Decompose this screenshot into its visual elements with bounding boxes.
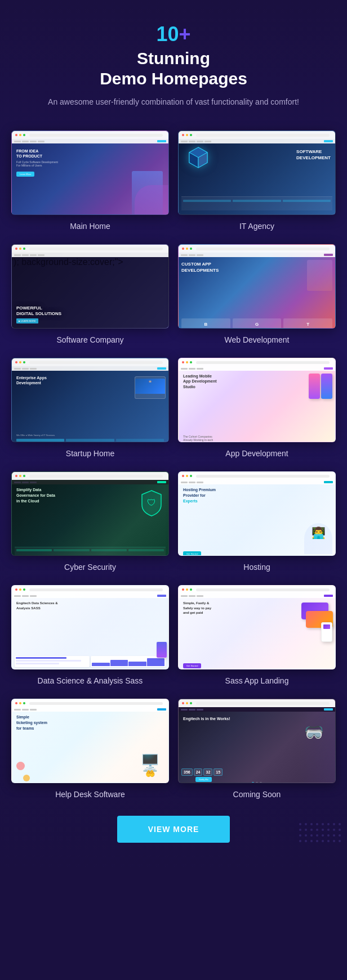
- demo-label-web-development: Web Development: [225, 335, 290, 344]
- demo-label-startup-home: Startup Home: [66, 449, 114, 458]
- demo-item-app-development: Leading MobileApp DevelopmentStudio The …: [178, 358, 336, 458]
- demo-label-coming-soon: Coming Soon: [233, 790, 281, 799]
- demo-thumb-software-company[interactable]: '); background-size:cover;"> POWERFULDIG…: [11, 244, 169, 329]
- demo-thumb-cyber-security[interactable]: Simplify DataGovernance for Datain the C…: [11, 471, 169, 556]
- page-wrapper: 10+ StunningDemo Homepages An awesome us…: [0, 0, 347, 871]
- demo-item-startup-home: Enterprise AppsDevelopment 🤖 We Offer a …: [11, 358, 169, 458]
- demo-thumb-hosting[interactable]: Hosting PremiumProvider forExperts 👨‍💻 G…: [178, 471, 336, 556]
- demo-label-main-home: Main Home: [70, 222, 110, 231]
- demo-thumb-data-science[interactable]: Engitech Data Sciences &Analysis SASS: [11, 585, 169, 669]
- demo-thumb-sass-app[interactable]: Simple, Fastly &Safely way to payand get…: [178, 585, 336, 669]
- demo-label-software-company: Software Company: [56, 335, 123, 344]
- count-plus: +: [179, 23, 191, 46]
- demo-item-coming-soon: 🥽 Engitech is in the Works! 356 24: [178, 699, 336, 799]
- demo-item-cyber-security: Simplify DataGovernance for Datain the C…: [11, 471, 169, 572]
- demo-item-sass-app: Simple, Fastly &Safely way to payand get…: [178, 585, 336, 685]
- demo-label-hosting: Hosting: [243, 563, 270, 572]
- demo-label-cyber-security: Cyber Security: [64, 563, 116, 572]
- demo-thumb-startup-home[interactable]: Enterprise AppsDevelopment 🤖 We Offer a …: [11, 358, 169, 442]
- demo-item-it-agency: SOFTWAREDEVELOPMENT IT Agency: [178, 131, 336, 231]
- svg-text:🛡: 🛡: [147, 498, 156, 507]
- demos-grid: FROM IDEATO PRODUCT Full Cycle Software …: [11, 131, 336, 799]
- demo-item-web-development: CUSTOM APPDEVELOPMENTS B G T Web: [178, 244, 336, 344]
- demo-thumb-main-home[interactable]: FROM IDEATO PRODUCT Full Cycle Software …: [11, 131, 169, 215]
- demo-thumb-app-development[interactable]: Leading MobileApp DevelopmentStudio The …: [178, 358, 336, 442]
- demo-thumb-web-development[interactable]: CUSTOM APPDEVELOPMENTS B G T: [178, 244, 336, 329]
- header-title: StunningDemo Homepages: [11, 48, 336, 89]
- demo-item-helpdesk: Simpleticketing systemfor teams 🖥️ 🤲 Hel…: [11, 699, 169, 799]
- header-section: 10+ StunningDemo Homepages An awesome us…: [11, 23, 336, 108]
- demo-item-hosting: Hosting PremiumProvider forExperts 👨‍💻 G…: [178, 471, 336, 572]
- header-description: An awesome user-friendly combination of …: [11, 96, 336, 108]
- demo-label-data-science: Data Science & Analysis Sass: [38, 676, 143, 685]
- demo-item-main-home: FROM IDEATO PRODUCT Full Cycle Software …: [11, 131, 169, 231]
- demo-thumb-helpdesk[interactable]: Simpleticketing systemfor teams 🖥️ 🤲: [11, 699, 169, 783]
- demo-label-sass-app: Sass App Landing: [225, 676, 289, 685]
- demo-thumb-coming-soon[interactable]: 🥽 Engitech is in the Works! 356 24: [178, 699, 336, 783]
- header-count-row: 10+: [11, 23, 336, 46]
- demo-label-helpdesk: Help Desk Software: [55, 790, 125, 799]
- count-number: 10: [156, 23, 179, 46]
- demo-thumb-it-agency[interactable]: SOFTWAREDEVELOPMENT: [178, 131, 336, 215]
- demo-item-data-science: Engitech Data Sciences &Analysis SASS: [11, 585, 169, 685]
- demo-label-it-agency: IT Agency: [239, 222, 274, 231]
- demo-label-app-development: App Development: [225, 449, 288, 458]
- view-more-button[interactable]: VIEW MORE: [117, 816, 230, 843]
- demo-item-software-company: '); background-size:cover;"> POWERFULDIG…: [11, 244, 169, 344]
